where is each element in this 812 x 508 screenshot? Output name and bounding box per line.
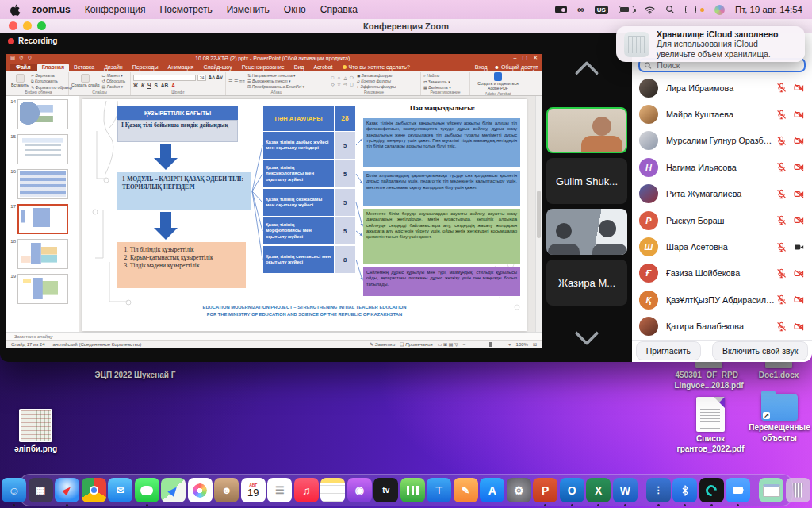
video-status-icon[interactable] bbox=[555, 6, 567, 13]
new-slide-button[interactable]: Создать слайд bbox=[71, 74, 100, 88]
chrome-dock-icon[interactable] bbox=[82, 478, 106, 502]
slide-thumbnail-17-selected[interactable]: 17 bbox=[8, 204, 75, 234]
scroll-up-chevron-icon[interactable] bbox=[574, 60, 599, 85]
participant-row[interactable]: Лира Ибраимова bbox=[632, 75, 812, 101]
tab-insert[interactable]: Вставка bbox=[69, 64, 99, 71]
invite-button[interactable]: Пригласить bbox=[636, 341, 701, 360]
menu-help[interactable]: Справка bbox=[320, 4, 358, 15]
menu-conference[interactable]: Конференция bbox=[85, 4, 146, 15]
participant-video-tile[interactable] bbox=[546, 209, 627, 255]
font-color-button[interactable]: А bbox=[171, 83, 175, 88]
zoom-percent[interactable]: 100% bbox=[516, 342, 528, 347]
grow-shrink-font[interactable]: A˄ A˅ bbox=[208, 75, 223, 81]
adobe-pdf-button[interactable]: Создать и поделиться Adobe PDF bbox=[473, 72, 523, 91]
participant-row[interactable]: Майра Куштаева bbox=[632, 101, 812, 127]
participant-row[interactable]: Ғ Ғазиза Шойбекова bbox=[632, 260, 812, 287]
find-button[interactable]: ⌕ Найти bbox=[423, 73, 451, 79]
excel-dock-icon[interactable]: X bbox=[586, 478, 611, 502]
format-painter-button[interactable]: ✎ Формат по образцу bbox=[31, 85, 73, 90]
tab-view[interactable]: Вид bbox=[289, 64, 309, 71]
menubar-clock[interactable]: Пт, 19 авг. 14:54 bbox=[735, 5, 802, 14]
participant-row[interactable]: Ш Шара Асетовна bbox=[632, 233, 812, 260]
music-dock-icon[interactable]: ♫ bbox=[294, 478, 319, 502]
app-store-dock-icon[interactable]: A bbox=[480, 478, 504, 502]
unarchiver-dock-icon[interactable]: ⋮ bbox=[646, 478, 671, 502]
zoom-dock-icon[interactable] bbox=[726, 478, 750, 502]
powerpoint-dock-icon[interactable]: P bbox=[533, 478, 557, 502]
icloud-notification[interactable]: Хранилище iCloud заполнено Для использов… bbox=[616, 26, 805, 62]
mail-dock-icon[interactable]: ✉ bbox=[108, 478, 132, 502]
slide-thumbnail-18[interactable]: 18 bbox=[8, 239, 75, 269]
zoom-slider[interactable]: – + bbox=[463, 342, 511, 347]
desktop-item-grants-pdf[interactable]: Список грантов_2022.pdf bbox=[671, 397, 750, 454]
numbers-dock-icon[interactable] bbox=[400, 478, 425, 502]
glasses-icon[interactable]: ∞ bbox=[577, 4, 584, 15]
menu-window[interactable]: Окно bbox=[284, 4, 306, 15]
copy-button[interactable]: ⧉ Копировать bbox=[31, 79, 73, 84]
apple-tv-dock-icon[interactable]: tv bbox=[373, 478, 398, 502]
desktop-item-ecp-folder[interactable]: ЭЦП 2022 Шукенай Г bbox=[94, 368, 177, 381]
reminders-dock-icon[interactable]: ☰ bbox=[267, 478, 292, 502]
desktop-item-doc1[interactable]: Doc1.docx bbox=[749, 362, 809, 381]
participant-row[interactable]: Р Рыскул Бораш bbox=[632, 207, 812, 233]
slide-thumbnail-panel[interactable]: 14 15 16 17 18 19 bbox=[6, 96, 79, 332]
align-text-button[interactable]: ☰ Выровнять текст ▾ bbox=[247, 79, 304, 83]
bold-button[interactable]: Ж bbox=[133, 83, 138, 88]
spotlight-icon[interactable] bbox=[665, 5, 675, 14]
system-preferences-dock-icon[interactable]: ⚙ bbox=[507, 478, 531, 502]
font-size-box[interactable]: 24 bbox=[197, 75, 207, 81]
undo-icon[interactable]: ↺ bbox=[19, 55, 23, 61]
slide-thumbnail-14[interactable]: 14 bbox=[8, 99, 75, 129]
tab-animations[interactable]: Анимация bbox=[163, 64, 199, 71]
fullscreen-window-button[interactable] bbox=[37, 21, 46, 30]
tab-acrobat[interactable]: Acrobat bbox=[308, 64, 337, 71]
list-buttons[interactable]: ☰ ☰ ≡≡ bbox=[228, 79, 245, 84]
shadow-button[interactable]: S bbox=[154, 83, 157, 88]
minimize-window-button[interactable] bbox=[23, 21, 32, 30]
participant-row[interactable]: Қ ҚазҰлтҚызПУ Абдирасило... bbox=[632, 287, 812, 313]
font-name-box[interactable] bbox=[133, 75, 196, 81]
scroll-down-chevron-icon[interactable] bbox=[574, 321, 599, 345]
battery-icon[interactable] bbox=[619, 6, 634, 13]
pages-dock-icon[interactable]: ✎ bbox=[454, 478, 478, 502]
replace-button[interactable]: ⇄ Заменить ▾ bbox=[423, 79, 451, 84]
display-icon[interactable] bbox=[685, 6, 696, 13]
ppt-close-button[interactable]: ✕ bbox=[533, 55, 538, 61]
participant-row[interactable]: Н Нагима Ильясова bbox=[632, 154, 812, 180]
keyboard-layout-badge[interactable]: US bbox=[595, 6, 608, 14]
tell-me-box[interactable]: Что вы хотите сделать? bbox=[343, 64, 410, 71]
minimized-window-dock-icon[interactable] bbox=[759, 478, 783, 502]
shapes-gallery[interactable]: □○△⬠◇☆⇨◻ bbox=[330, 75, 354, 87]
section-button[interactable]: ▤ Раздел ▾ bbox=[102, 84, 126, 89]
view-buttons[interactable]: ▭ ⊞ ▤ ▽ bbox=[438, 341, 458, 347]
participant-row[interactable]: Қатира Балабекова bbox=[632, 314, 812, 340]
comments-toggle[interactable]: ❏ Примечания bbox=[400, 341, 432, 347]
unmute-button[interactable]: Включить свой звук bbox=[712, 341, 808, 360]
bluetooth-dock-icon[interactable] bbox=[672, 478, 697, 502]
shape-fill-button[interactable]: ◼ Заливка фигуры bbox=[357, 73, 396, 78]
smartart-button[interactable]: ⊞ Преобразовать в SmartArt ▾ bbox=[247, 84, 304, 89]
photos-dock-icon[interactable] bbox=[188, 478, 213, 502]
cut-button[interactable]: ✂ Вырезать bbox=[31, 73, 73, 78]
notes-pane[interactable]: Заметки к слайду bbox=[6, 332, 542, 340]
participant-tile-zhazira[interactable]: Жазира М... bbox=[546, 260, 627, 306]
underline-button[interactable]: Ч bbox=[147, 83, 151, 88]
slide-scrollbar[interactable] bbox=[535, 96, 542, 332]
siri-icon[interactable] bbox=[714, 5, 725, 15]
messages-dock-icon[interactable] bbox=[135, 478, 159, 502]
slide-thumbnail-19[interactable]: 19 bbox=[8, 274, 75, 304]
finder-dock-icon[interactable]: ☺ bbox=[2, 478, 26, 502]
save-icon[interactable]: ▤ bbox=[10, 55, 15, 61]
participant-row[interactable]: Мурсалим Гулнур Оразбек... bbox=[632, 128, 812, 154]
participant-row[interactable]: Рита Жумагалиева bbox=[632, 181, 812, 207]
select-button[interactable]: ▦ Выделить ▾ bbox=[423, 85, 451, 90]
notes-dock-icon[interactable] bbox=[320, 478, 345, 502]
safari-dock-icon[interactable] bbox=[55, 478, 79, 502]
text-direction-button[interactable]: ⇅ Направление текста ▾ bbox=[247, 73, 304, 78]
ppt-restore-button[interactable]: ▢ bbox=[523, 55, 528, 61]
menu-edit[interactable]: Изменить bbox=[227, 4, 270, 15]
ppt-minimize-button[interactable]: – bbox=[514, 55, 517, 61]
powerpoint-titlebar[interactable]: ▤ ↺ ↻ 10.08.22-КТӘ (2).pptx - PowerPoint… bbox=[6, 54, 542, 62]
tab-home[interactable]: Главная bbox=[37, 64, 69, 71]
keynote-dock-icon[interactable]: ⊤ bbox=[427, 478, 451, 502]
